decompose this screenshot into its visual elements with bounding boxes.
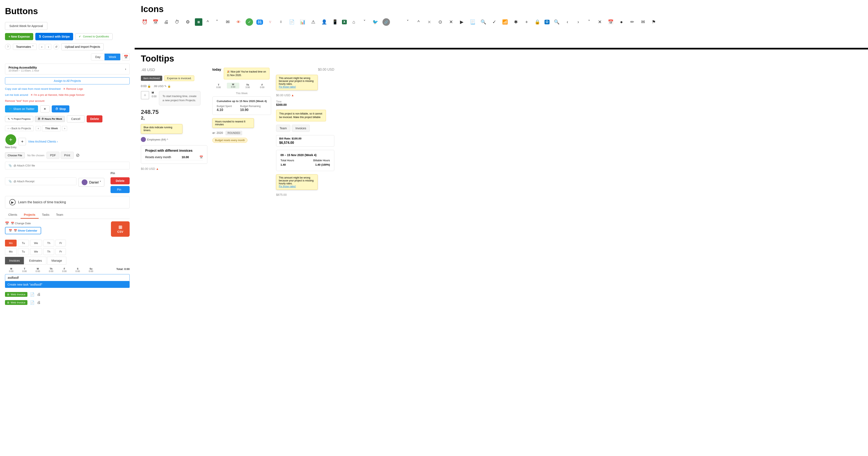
back-projects-button[interactable]: ‹ ‹ Back to Projects [5, 125, 34, 131]
time-amount-row: Time $300.00 [276, 100, 334, 107]
stop-button[interactable]: ⏱ Stop [52, 105, 69, 113]
web-invoice-row2: ⊞ Web Invoice 📄 🖨 [5, 299, 130, 307]
pdf-button[interactable]: PDF [46, 152, 59, 159]
view-archived-link[interactable]: View Archived Clients › [28, 140, 58, 143]
assign-row: Assign to All Projects [5, 77, 130, 84]
up-icon: ^ [204, 18, 212, 26]
learn-basics-row[interactable]: ▶ Learn the basics of time tracking [5, 196, 130, 209]
pricing-item[interactable]: Pricing Accessibility 10:00am – 11:00am,… [5, 64, 130, 74]
week-button[interactable]: Week [104, 54, 120, 60]
tu-button[interactable]: Tu [18, 240, 29, 246]
choose-file-button[interactable]: Choose File [5, 152, 25, 158]
timer-display: 0:03 🔒 [141, 84, 151, 88]
amount-99: .99 USD ✎ 🔒 [153, 85, 170, 88]
hours-vals-row: 1.40 1.40 (100%) [280, 163, 330, 166]
total-hours-row: Total Hours Billable Hours [280, 159, 330, 162]
asterisk-icon: ✱ [512, 18, 520, 26]
links-row: Copy over all rows from most recent time… [5, 87, 130, 90]
new-entry-button[interactable]: + [5, 134, 16, 145]
day-week-toggle: Day Week [91, 53, 121, 60]
close-twitter-button[interactable]: ✕ [40, 105, 50, 113]
day-row-top: Mo Tu We Th Fr [5, 240, 130, 246]
cum-row: Budget Spent 4.10 Budget Remaining 10.90 [217, 105, 267, 112]
estimates-tab[interactable]: Estimates [25, 257, 46, 265]
hide-page-link[interactable]: ✕ I'm a pro at Harvest, hide this page f… [31, 93, 85, 96]
tab-team[interactable]: Team [53, 211, 66, 219]
help-button[interactable]: ? [5, 44, 11, 50]
autocomplete-item[interactable]: Create new task "asdfasdf" [5, 281, 130, 288]
teammates-dropdown[interactable]: Teammates ˅ [13, 44, 37, 50]
nav-left-button[interactable]: ‹ [39, 44, 45, 50]
tab-tasks[interactable]: Tasks [39, 211, 53, 219]
nav-right-button[interactable]: › [45, 44, 51, 50]
time-col: Time $300.00 [276, 100, 287, 107]
pin-pin-button[interactable]: Pin [111, 186, 130, 193]
we2-button[interactable]: We [30, 248, 42, 255]
add-project-button[interactable]: + [141, 91, 149, 99]
delete-button[interactable]: Delete [87, 115, 102, 122]
th-button[interactable]: Th [43, 240, 54, 246]
refresh-button[interactable]: ↺ [53, 44, 59, 50]
today-label: today [212, 68, 221, 71]
this-week-cum: This Week Cumulative up to 15 Nov 2020 (… [212, 92, 271, 115]
connect-stripe-button[interactable]: S Connect with Stripe [35, 33, 73, 40]
mo-button[interactable]: Mo [5, 240, 17, 246]
make-billable-link[interactable]: Make this project billable [293, 116, 320, 119]
cancel-button[interactable]: Cancel [67, 115, 85, 122]
remove-logo-link[interactable]: ✕ Remove Logo [63, 87, 83, 90]
tu2-button[interactable]: Tu [18, 248, 29, 255]
th2-button[interactable]: Th [43, 248, 54, 255]
attach-receipt-area: 📎 @ Attach Receipt [5, 178, 76, 185]
let-me-look-link[interactable]: Let me look around [5, 93, 28, 96]
this-week-button[interactable]: This Week [42, 125, 61, 131]
print-button[interactable]: Print [61, 152, 74, 159]
home-icon: ⌂ [350, 18, 358, 26]
tooltips-title: Tooltips [141, 54, 862, 64]
search2-icon: 🔍 [480, 18, 487, 26]
dots-icon: ⠿ [277, 18, 285, 26]
avatar [82, 179, 88, 185]
add-item-button[interactable]: + [19, 138, 26, 145]
invoices-tab[interactable]: Invoices [5, 257, 24, 264]
csv-button[interactable]: ⊞ CSV [111, 221, 130, 237]
fr2-button[interactable]: Fr [56, 248, 66, 255]
calendar-icon-button[interactable]: 📅 [122, 53, 130, 61]
new-expense-button[interactable]: + New Expense [5, 33, 33, 40]
show-calendar-button[interactable]: 📅 📅 Show Calendar [5, 227, 41, 234]
new-entry-label: New Entry [5, 146, 17, 149]
hours-per-week-button[interactable]: ⏱ ⏱ Hours Per Week [35, 116, 65, 122]
usd-warning-bottom: $0.00 USD ▲ [141, 167, 207, 171]
item-archived-badge: Item Archived [141, 75, 162, 81]
day-button[interactable]: Day [91, 54, 105, 60]
tab-clients[interactable]: Clients [5, 211, 21, 219]
pin-delete-button[interactable]: Delete [111, 177, 130, 184]
avatar-dropdown[interactable]: Daniel ˅ [79, 178, 104, 187]
task-search-input[interactable] [5, 274, 130, 281]
nice-job-tooltip: 🎉 Nice job! You've tracked time on 11 No… [224, 68, 270, 80]
remove-test-link[interactable]: Remove "test" from your account [5, 99, 44, 102]
team-tab-button[interactable]: Team [276, 125, 290, 132]
fix-rates-link2[interactable]: Fix those rates! [279, 185, 296, 188]
invoices-tab-button[interactable]: Invoices [292, 125, 310, 132]
assign-button[interactable]: Assign to All Projects [5, 77, 130, 84]
submit-week-button[interactable]: Submit Week for Approval [5, 22, 48, 30]
project-progress-button[interactable]: ✎ ✎ Project Progress [5, 116, 33, 122]
upload-import-button[interactable]: Upload and Import Projects [61, 43, 104, 50]
web-invoice-badge2[interactable]: ⊞ Web Invoice [5, 300, 27, 305]
pin-label: Pin [111, 172, 130, 175]
down4-icon: ˅ [585, 18, 593, 26]
tab-projects[interactable]: Projects [21, 211, 39, 219]
week-next-button[interactable]: › [62, 126, 67, 131]
manage-tab[interactable]: Manage [47, 257, 66, 265]
web-invoice-badge1[interactable]: ⊞ Web Invoice [5, 292, 27, 297]
we-button[interactable]: We [30, 240, 42, 246]
week-prev-button[interactable]: ‹ [36, 126, 41, 131]
fix-rates-link[interactable]: Fix those rates! [279, 85, 296, 88]
share-twitter-button[interactable]: 🐦 Share on Twitter [5, 105, 38, 113]
envelope-icon: ✉ [639, 18, 647, 26]
connect-quickbooks-button[interactable]: ✓ Connect to QuickBooks [75, 33, 113, 40]
budget-spent-item: Budget Spent 4.10 [217, 105, 232, 112]
fr-button[interactable]: Fr [56, 240, 66, 246]
mo2-button[interactable]: Mo [5, 248, 17, 255]
copy-rows-link[interactable]: Copy over all rows from most recent time… [5, 87, 61, 90]
